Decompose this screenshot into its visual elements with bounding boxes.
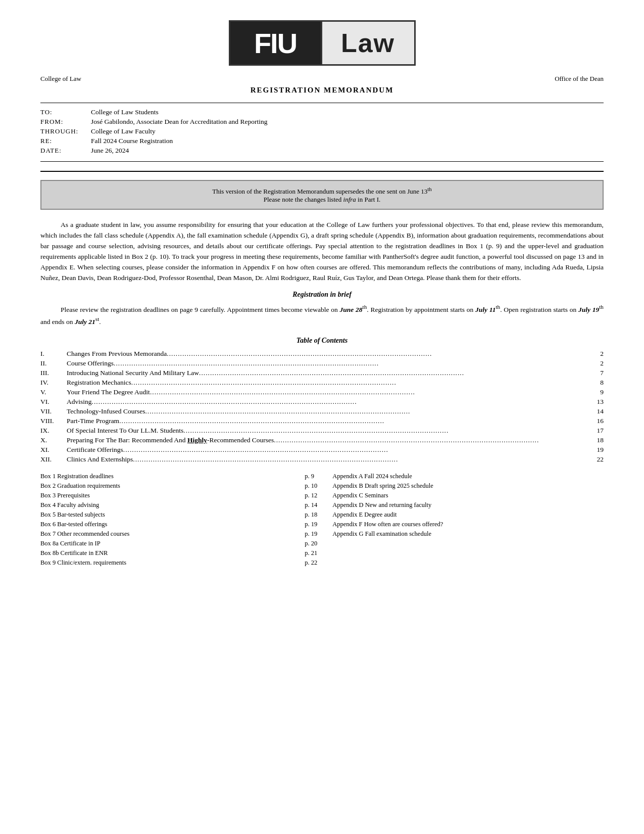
toc-dots: ........................................… <box>150 388 589 396</box>
divider <box>40 171 604 172</box>
appendix-row: Appendix C Seminars <box>332 492 604 499</box>
toc-num: V. <box>40 388 67 396</box>
reg-brief-text: Please review the registration deadlines… <box>40 303 604 328</box>
toc-entry: IX.Of Special Interest To Our LL.M. Stud… <box>40 427 604 435</box>
toc-entry: VI.Advising ............................… <box>40 398 604 406</box>
toc-dots: ........................................… <box>92 398 589 406</box>
from-label: From: <box>40 118 91 126</box>
toc-num: I. <box>40 350 67 358</box>
through-label: Through: <box>40 127 91 135</box>
toc-title: Of Special Interest To Our LL.M. Student… <box>67 427 183 435</box>
toc-entry: V.Your Friend The Degree Audit .........… <box>40 388 604 396</box>
toc-title: Preparing For The Bar: Recommended And H… <box>67 436 274 444</box>
box-label: Box 2 Graduation requirements <box>40 482 305 490</box>
toc-dots: ........................................… <box>114 359 589 367</box>
memo-re-row: Re: Fall 2024 Course Registration <box>40 137 604 145</box>
date-value: June 26, 2024 <box>91 147 604 155</box>
box-label: Box 3 Prerequisites <box>40 492 305 499</box>
appendix-row: Appendix G Fall examination schedule <box>332 530 604 538</box>
appendix-row: Appendix A Fall 2024 schedule <box>332 473 604 480</box>
box-row: Box 7 Other recommended coursesp. 19 <box>40 530 332 538</box>
logo-container: FIU Law <box>40 20 604 66</box>
appendices-column: Appendix A Fall 2024 scheduleAppendix B … <box>332 473 604 569</box>
memo-date-row: Date: June 26, 2024 <box>40 147 604 155</box>
toc-title: Clinics And Externships <box>67 455 133 464</box>
box-label: Box 9 Clinic/extern. requirements <box>40 559 305 567</box>
box-row: Box 2 Graduation requirementsp. 10 <box>40 482 332 490</box>
box-page: p. 9 <box>305 473 332 480</box>
toc-num: III. <box>40 369 67 377</box>
appendix-row: Appendix E Degree audit <box>332 511 604 519</box>
toc-page: 18 <box>589 436 604 444</box>
appendix-row: Appendix D New and returning faculty <box>332 501 604 509</box>
to-value: College of Law Students <box>91 108 604 116</box>
box-page: p. 19 <box>305 530 332 538</box>
toc-dots: ........................................… <box>167 350 589 358</box>
toc-page: 2 <box>589 350 604 358</box>
reg-brief-heading: Registration in brief <box>40 291 604 299</box>
toc-num: VI. <box>40 398 67 406</box>
fiu-law-logo: FIU Law <box>229 20 416 66</box>
box-row: Box 9 Clinic/extern. requirementsp. 22 <box>40 559 332 567</box>
box-label: Box 6 Bar-tested offerings <box>40 521 305 528</box>
toc-entry: III.Introducing National Security And Mi… <box>40 369 604 377</box>
toc-title: Introducing National Security And Milita… <box>67 369 199 377</box>
re-value: Fall 2024 Course Registration <box>91 137 604 145</box>
notice-line1: This version of the Registration Memoran… <box>52 186 592 196</box>
toc-num: X. <box>40 436 67 444</box>
toc-dots: ........................................… <box>133 455 589 464</box>
memo-through-row: Through: College of Law Faculty <box>40 127 604 135</box>
toc-title: Technology-Infused Courses <box>67 407 145 415</box>
toc-dots: ........................................… <box>131 379 589 387</box>
toc-num: XII. <box>40 455 67 464</box>
box-row: Box 3 Prerequisitesp. 12 <box>40 492 332 499</box>
to-label: To: <box>40 108 91 116</box>
body-paragraph: As a graduate student in law, you assume… <box>40 220 604 284</box>
box-row: Box 1 Registration deadlinesp. 9 <box>40 473 332 480</box>
box-label: Box 7 Other recommended courses <box>40 530 305 538</box>
toc-entry: XII.Clinics And Externships ............… <box>40 455 604 464</box>
box-page: p. 10 <box>305 482 332 490</box>
box-page: p. 14 <box>305 501 332 509</box>
toc-entry: XI.Certificate Offerings ...............… <box>40 446 604 454</box>
box-row: Box 5 Bar-tested subjectsp. 18 <box>40 511 332 519</box>
box-page: p. 20 <box>305 540 332 547</box>
toc-num: II. <box>40 359 67 367</box>
memo-from-row: From: José Gabilondo, Associate Dean for… <box>40 118 604 126</box>
office-of-dean-label: Office of the Dean <box>555 75 604 83</box>
re-label: Re: <box>40 137 91 145</box>
toc-title: Course Offerings <box>67 359 114 367</box>
toc-num: VIII. <box>40 417 67 425</box>
box-row: Box 4 Faculty advisingp. 14 <box>40 501 332 509</box>
toc-entry: X.Preparing For The Bar: Recommended And… <box>40 436 604 444</box>
toc-entry: IV.Registration Mechanics ..............… <box>40 379 604 387</box>
box-page: p. 12 <box>305 492 332 499</box>
toc-title: Certificate Offerings <box>67 446 123 454</box>
memo-fields: To: College of Law Students From: José G… <box>40 103 604 162</box>
toc-dots: ........................................… <box>119 417 589 425</box>
toc-page: 2 <box>589 359 604 367</box>
header-row: College of Law Office of the Dean <box>40 75 604 83</box>
box-label: Box 8b Certificate in ENR <box>40 549 305 557</box>
toc-page: 14 <box>589 407 604 415</box>
toc-dots: ........................................… <box>145 407 589 415</box>
toc-dots: ........................................… <box>199 369 589 377</box>
toc-page: 19 <box>589 446 604 454</box>
toc-page: 8 <box>589 379 604 387</box>
toc-title: Part-Time Program <box>67 417 119 425</box>
toc-entry: II.Course Offerings ....................… <box>40 359 604 367</box>
toc-page: 13 <box>589 398 604 406</box>
toc-page: 9 <box>589 388 604 396</box>
box-row: Box 8a Certificate in IPp. 20 <box>40 540 332 547</box>
toc-dots: ........................................… <box>274 436 589 444</box>
page: FIU Law College of Law Office of the Dea… <box>0 0 644 834</box>
toc-entries: I.Changes From Previous Memoranda ......… <box>40 350 604 464</box>
college-of-law-label: College of Law <box>40 75 81 83</box>
toc-num: XI. <box>40 446 67 454</box>
toc-title: Advising <box>67 398 92 406</box>
toc-title: Registration Mechanics <box>67 379 131 387</box>
memo-title: Registration Memorandum <box>40 86 604 95</box>
toc-num: VII. <box>40 407 67 415</box>
toc-title: Your Friend The Degree Audit <box>67 388 150 396</box>
box-page: p. 18 <box>305 511 332 519</box>
